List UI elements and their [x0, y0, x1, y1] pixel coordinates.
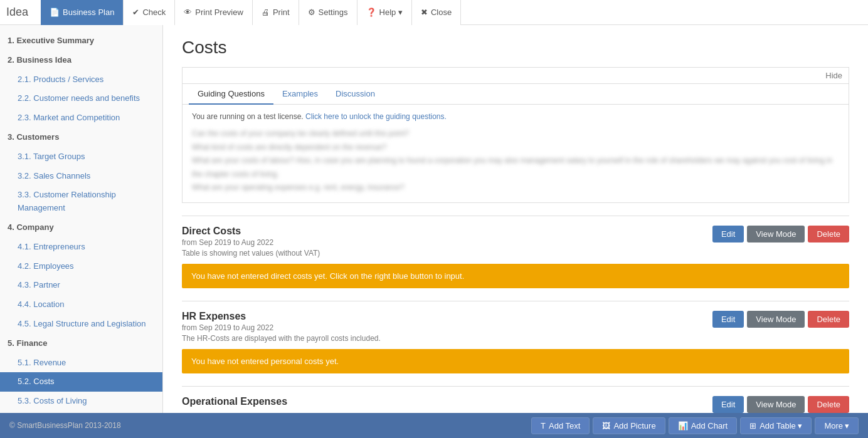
sidebar-item-costs-of-living[interactable]: 5.3. Costs of Living: [0, 392, 162, 411]
operational-expenses-viewmode-button[interactable]: View Mode: [747, 396, 805, 413]
business-plan-icon: 📄: [50, 8, 60, 17]
sidebar-item-partner[interactable]: 4.3. Partner: [0, 276, 162, 295]
add-picture-icon: 🖼: [602, 421, 610, 430]
business-plan-label: Business Plan: [63, 8, 114, 17]
sidebar-item-company[interactable]: 4. Company: [0, 218, 162, 237]
sidebar-item-customers[interactable]: 3. Customers: [0, 128, 162, 147]
nav-buttons: 📄 Business Plan ✔ Check 👁 Print Preview …: [41, 0, 862, 25]
nav-btn-print-preview[interactable]: 👁 Print Preview: [175, 0, 253, 25]
add-table-icon: ⊞: [749, 421, 756, 430]
operational-expenses-delete-button[interactable]: Delete: [808, 396, 849, 413]
check-icon: ✔: [132, 8, 139, 17]
sidebar-item-business-idea[interactable]: 2. Business Idea: [0, 51, 162, 70]
sidebar-item-products-services[interactable]: 2.1. Products / Services: [0, 70, 162, 90]
close-label: Close: [431, 8, 452, 17]
close-icon: ✖: [421, 8, 428, 17]
add-picture-button[interactable]: 🖼 Add Picture: [593, 417, 665, 434]
add-table-label: Add Table ▾: [760, 421, 802, 430]
main-layout: 1. Executive Summary 2. Business Idea 2.…: [0, 25, 868, 413]
nav-btn-help[interactable]: ❓ Help ▾: [357, 0, 412, 25]
info-box: Hide Guiding Questions Examples Discussi…: [182, 67, 849, 203]
sidebar-item-executive-summary[interactable]: 1. Executive Summary: [0, 31, 162, 51]
operational-expenses-edit-button[interactable]: Edit: [712, 396, 744, 413]
top-navigation: Idea 📄 Business Plan ✔ Check 👁 Print Pre…: [0, 0, 868, 25]
print-preview-label: Print Preview: [195, 8, 243, 17]
sidebar-item-sales-channels[interactable]: 3.2. Sales Channels: [0, 167, 162, 186]
direct-costs-title: Direct Costs: [182, 226, 712, 237]
copyright-text: © SmartBusinessPlan 2013-2018: [9, 421, 121, 430]
hide-link[interactable]: Hide: [825, 71, 842, 80]
sidebar-item-market-competition[interactable]: 2.3. Market and Competition: [0, 108, 162, 128]
sidebar-item-costs[interactable]: 5.2. Costs: [0, 372, 162, 392]
sidebar-item-revenue[interactable]: 5.1. Revenue: [0, 353, 162, 373]
settings-icon: ⚙: [308, 8, 315, 17]
add-chart-label: Add Chart: [691, 421, 728, 430]
add-chart-icon: 📊: [678, 421, 688, 430]
operational-expenses-actions: Edit View Mode Delete: [712, 396, 849, 413]
direct-costs-delete-button[interactable]: Delete: [808, 226, 849, 242]
hr-expenses-note: The HR-Costs are displayed with the payr…: [182, 334, 712, 343]
page-title: Costs: [182, 38, 849, 58]
operational-expenses-title-group: Operational Expenses: [182, 396, 712, 409]
print-icon: 🖨: [262, 8, 270, 17]
sidebar-item-location[interactable]: 4.4. Location: [0, 295, 162, 315]
add-text-label: Add Text: [549, 421, 580, 430]
add-text-icon: T: [541, 421, 546, 430]
direct-costs-alert: You have not entered direct costs yet. C…: [182, 264, 849, 288]
hr-expenses-title: HR Expenses: [182, 311, 712, 322]
bottom-actions: T Add Text 🖼 Add Picture 📊 Add Chart ⊞ A…: [531, 417, 859, 434]
section-direct-costs: Direct Costs from Sep 2019 to Aug 2022 T…: [182, 216, 849, 288]
hr-expenses-edit-button[interactable]: Edit: [712, 311, 744, 328]
nav-btn-print[interactable]: 🖨 Print: [253, 0, 299, 25]
add-picture-label: Add Picture: [613, 421, 655, 430]
help-icon: ❓: [366, 8, 376, 17]
add-text-button[interactable]: T Add Text: [531, 417, 590, 434]
content-area: Costs Hide Guiding Questions Examples Di…: [163, 25, 868, 413]
tab-guiding-questions[interactable]: Guiding Questions: [189, 84, 273, 105]
direct-costs-edit-button[interactable]: Edit: [712, 226, 744, 242]
app-title: Idea: [6, 6, 28, 19]
hr-expenses-header: HR Expenses from Sep 2019 to Aug 2022 Th…: [182, 311, 849, 343]
tab-examples[interactable]: Examples: [273, 84, 327, 105]
blurred-questions: Can the costs of your company be clearly…: [192, 127, 839, 195]
operational-expenses-title: Operational Expenses: [182, 396, 712, 407]
nav-btn-settings[interactable]: ⚙ Settings: [299, 0, 357, 25]
sidebar-item-employees[interactable]: 4.2. Employees: [0, 257, 162, 276]
add-table-button[interactable]: ⊞ Add Table ▾: [740, 417, 812, 434]
direct-costs-title-group: Direct Costs from Sep 2019 to Aug 2022 T…: [182, 226, 712, 258]
info-content: You are running on a test license. Click…: [183, 105, 849, 202]
sidebar-item-customer-relationship[interactable]: 3.3. Customer Relationship Management: [0, 185, 162, 218]
section-hr-expenses: HR Expenses from Sep 2019 to Aug 2022 Th…: [182, 301, 849, 373]
sidebar: 1. Executive Summary 2. Business Idea 2.…: [0, 25, 163, 413]
sidebar-item-finance[interactable]: 5. Finance: [0, 334, 162, 353]
check-label: Check: [142, 8, 166, 17]
add-chart-button[interactable]: 📊 Add Chart: [669, 417, 738, 434]
hr-expenses-subtitle: from Sep 2019 to Aug 2022: [182, 323, 712, 332]
more-label: More: [824, 421, 843, 430]
section-operational-expenses: Operational Expenses Edit View Mode Dele…: [182, 386, 849, 413]
nav-btn-close[interactable]: ✖ Close: [412, 0, 461, 25]
nav-btn-business-plan[interactable]: 📄 Business Plan: [41, 0, 124, 25]
sidebar-item-entrepreneurs[interactable]: 4.1. Entrepreneurs: [0, 237, 162, 257]
settings-label: Settings: [319, 8, 348, 17]
hr-expenses-delete-button[interactable]: Delete: [808, 311, 849, 328]
tab-discussion[interactable]: Discussion: [327, 84, 384, 105]
hr-expenses-title-group: HR Expenses from Sep 2019 to Aug 2022 Th…: [182, 311, 712, 343]
direct-costs-subtitle: from Sep 2019 to Aug 2022: [182, 238, 712, 247]
info-tabs: Guiding Questions Examples Discussion: [183, 84, 849, 105]
print-label: Print: [273, 8, 290, 17]
more-chevron-icon: ▾: [845, 421, 849, 430]
hr-expenses-alert: You have not entered personal costs yet.: [182, 349, 849, 373]
nav-btn-check[interactable]: ✔ Check: [124, 0, 175, 25]
sidebar-item-customer-needs[interactable]: 2.2. Customer needs and benefits: [0, 89, 162, 108]
sidebar-item-legal-structure[interactable]: 4.5. Legal Structure and Legislation: [0, 315, 162, 334]
direct-costs-viewmode-button[interactable]: View Mode: [747, 226, 805, 242]
hr-expenses-viewmode-button[interactable]: View Mode: [747, 311, 805, 328]
direct-costs-note: Table is showing net values (without VAT…: [182, 249, 712, 258]
more-button[interactable]: More ▾: [815, 417, 859, 434]
operational-expenses-header: Operational Expenses Edit View Mode Dele…: [182, 396, 849, 413]
help-label: Help ▾: [379, 8, 403, 17]
direct-costs-actions: Edit View Mode Delete: [712, 226, 849, 242]
unlock-link[interactable]: Click here to unlock the guiding questio…: [305, 112, 447, 121]
sidebar-item-target-groups[interactable]: 3.1. Target Groups: [0, 147, 162, 167]
